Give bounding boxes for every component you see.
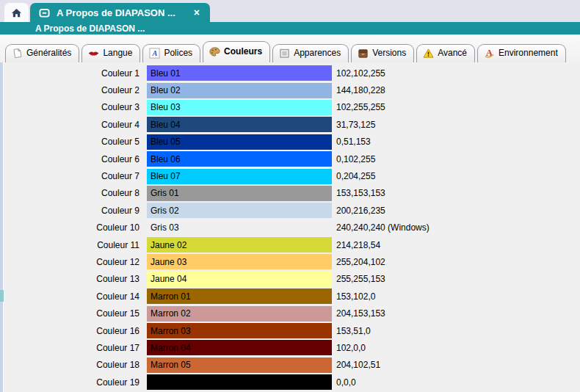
- color-row-label: Couleur 7: [4, 171, 139, 181]
- settings-tab-strip: GénéralitésLangueAPolicesCouleursApparen…: [0, 35, 580, 62]
- color-settings-panel: Couleur 1Bleu 01102,102,255Couleur 2Bleu…: [4, 62, 580, 392]
- tab-label: Couleurs: [224, 46, 262, 57]
- color-row-label: Couleur 6: [4, 154, 139, 164]
- tab-apparences[interactable]: Apparences: [272, 44, 349, 62]
- color-swatch[interactable]: Marron 03: [147, 323, 332, 338]
- document-tab-title: A Propos de DIAPASON ...: [57, 7, 175, 18]
- color-row: Couleur 190,0,0: [4, 374, 580, 391]
- home-tab[interactable]: [4, 3, 29, 22]
- tab-label: Polices: [164, 48, 192, 58]
- color-name: Marron 03: [151, 326, 191, 336]
- color-swatch[interactable]: Marron 04: [147, 340, 332, 355]
- color-row: Couleur 16Marron 03153,51,0: [4, 322, 580, 339]
- color-row-label: Couleur 18: [4, 360, 139, 370]
- color-swatch[interactable]: Marron 05: [147, 357, 332, 373]
- color-row: Couleur 4Bleu 0431,73,125: [4, 116, 580, 133]
- palette-icon: [209, 46, 220, 57]
- page-header-bar: A Propos de DIAPASON ...: [0, 22, 580, 35]
- tab-label: Généralités: [26, 48, 71, 58]
- color-name: Bleu 05: [151, 137, 181, 147]
- color-row-label: Couleur 4: [4, 120, 139, 130]
- color-name: Gris 02: [151, 206, 179, 216]
- color-rgb-value: 102,0,0: [336, 343, 366, 353]
- color-swatch[interactable]: Bleu 04: [147, 117, 332, 132]
- color-row-label: Couleur 8: [4, 188, 139, 198]
- environment-icon: A: [484, 48, 495, 59]
- color-rgb-value: 102,255,255: [336, 102, 385, 112]
- color-rgb-value: 153,102,0: [336, 291, 375, 302]
- tab-label: Versions: [372, 48, 406, 58]
- color-name: Bleu 06: [151, 154, 181, 164]
- close-icon[interactable]: ×: [194, 7, 200, 18]
- tab-couleurs[interactable]: Couleurs: [203, 41, 270, 62]
- left-scroll-strip: [0, 62, 4, 392]
- tab-langue[interactable]: Langue: [81, 44, 140, 62]
- color-name: Bleu 02: [151, 85, 181, 95]
- color-rgb-value: 0,204,255: [336, 171, 375, 181]
- archive-box-icon: [358, 48, 369, 59]
- tab-generalites[interactable]: Généralités: [5, 44, 79, 62]
- color-swatch[interactable]: Jaune 04: [147, 272, 332, 287]
- color-rgb-value: 0,102,255: [336, 154, 375, 164]
- color-name: Marron 01: [151, 291, 191, 302]
- color-row: Couleur 7Bleu 070,204,255: [4, 167, 580, 184]
- color-row: Couleur 17Marron 04102,0,0: [4, 339, 580, 356]
- color-row-label: Couleur 9: [4, 206, 139, 216]
- warning-icon: [423, 48, 434, 59]
- color-name: Bleu 03: [151, 102, 181, 112]
- color-row-label: Couleur 13: [4, 274, 139, 284]
- color-swatch[interactable]: Bleu 07: [147, 169, 332, 184]
- color-row: Couleur 11Jaune 02214,218,54: [4, 236, 580, 253]
- color-row-label: Couleur 19: [4, 377, 139, 388]
- color-swatch[interactable]: Jaune 03: [147, 254, 332, 269]
- color-swatch[interactable]: Bleu 06: [147, 151, 332, 167]
- document-tab[interactable]: A Propos de DIAPASON ... ×: [30, 3, 210, 22]
- color-rgb-value: 240,240,240 (Windows): [336, 222, 429, 233]
- color-rgb-value: 214,218,54: [336, 240, 380, 250]
- tab-polices[interactable]: APolices: [142, 44, 200, 62]
- color-rgb-value: 153,153,153: [336, 188, 385, 198]
- color-rgb-value: 144,180,228: [336, 85, 385, 95]
- color-rgb-value: 31,73,125: [336, 120, 375, 130]
- color-swatch[interactable]: Jaune 02: [147, 237, 332, 253]
- color-swatch[interactable]: [147, 374, 332, 390]
- color-row: Couleur 3Bleu 03102,255,255: [4, 99, 580, 116]
- color-swatch[interactable]: Marron 02: [147, 306, 332, 322]
- color-row: Couleur 8Gris 01153,153,153: [4, 185, 580, 202]
- color-rgb-value: 255,204,102: [336, 257, 385, 267]
- color-row: Couleur 13Jaune 04255,255,153: [4, 271, 580, 288]
- tab-environnement[interactable]: AEnvironnement: [477, 44, 566, 62]
- tab-avance[interactable]: Avancé: [416, 44, 475, 62]
- color-swatch[interactable]: Marron 01: [147, 288, 332, 304]
- color-row: Couleur 10Gris 03240,240,240 (Windows): [4, 219, 580, 236]
- tab-label: Environnement: [499, 48, 558, 58]
- tab-label: Avancé: [438, 48, 467, 58]
- color-swatch[interactable]: Bleu 05: [147, 134, 332, 150]
- color-rgb-value: 0,51,153: [336, 137, 371, 147]
- color-row-label: Couleur 16: [4, 326, 139, 336]
- color-row: Couleur 15Marron 02204,153,153: [4, 305, 580, 322]
- color-rgb-value: 204,153,153: [336, 308, 385, 319]
- color-swatch[interactable]: Bleu 01: [147, 65, 332, 81]
- color-rgb-value: 204,102,51: [336, 360, 380, 370]
- color-swatch[interactable]: Gris 01: [147, 186, 332, 201]
- color-swatch[interactable]: Gris 02: [147, 203, 332, 218]
- color-row: Couleur 9Gris 02200,216,235: [4, 202, 580, 219]
- color-row-label: Couleur 14: [4, 291, 139, 302]
- color-name: Gris 03: [151, 222, 179, 233]
- window-tab-bar: A Propos de DIAPASON ... ×: [0, 0, 580, 22]
- color-rgb-value: 255,255,153: [336, 274, 385, 284]
- color-row: Couleur 5Bleu 050,51,153: [4, 134, 580, 150]
- color-swatch[interactable]: Bleu 02: [147, 83, 332, 98]
- tab-label: Langue: [103, 48, 132, 58]
- color-swatch[interactable]: Gris 03: [147, 220, 332, 236]
- color-row-label: Couleur 3: [4, 102, 139, 112]
- document-icon: [12, 48, 23, 59]
- tab-versions[interactable]: Versions: [351, 44, 414, 62]
- color-row-label: Couleur 10: [4, 222, 139, 233]
- color-name: Jaune 02: [151, 240, 186, 250]
- color-row-label: Couleur 1: [4, 68, 139, 79]
- page-title: A Propos de DIAPASON ...: [35, 23, 145, 34]
- scroll-thumb[interactable]: [0, 290, 4, 302]
- color-swatch[interactable]: Bleu 03: [147, 100, 332, 115]
